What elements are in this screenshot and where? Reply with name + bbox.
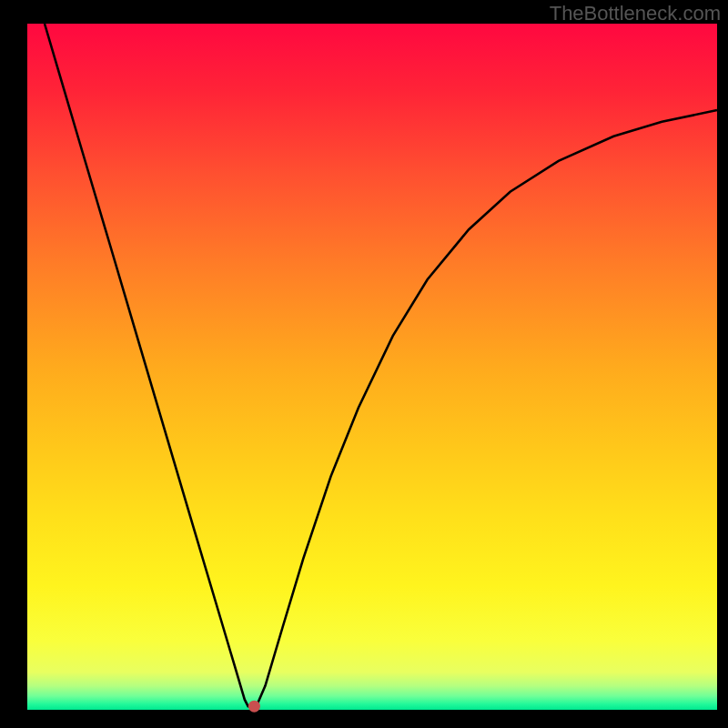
plot-background: [27, 24, 717, 710]
bottleneck-chart: [0, 0, 728, 728]
watermark-text: TheBottleneck.com: [550, 2, 721, 25]
chart-container: TheBottleneck.com: [0, 0, 728, 728]
optimal-point-marker: [248, 701, 260, 713]
